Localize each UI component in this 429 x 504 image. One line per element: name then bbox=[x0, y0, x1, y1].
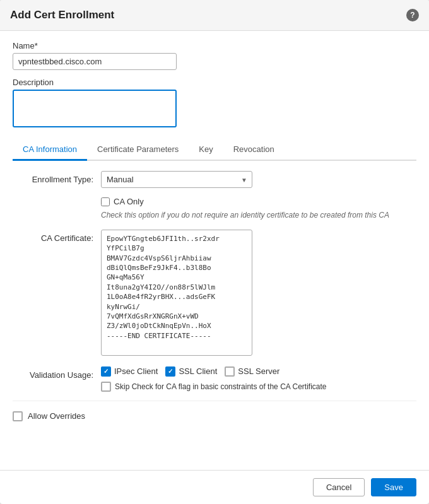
ca-certificate-field: EpowYTGngteb6JFI1th..sr2xdr YfPCilB7g BM… bbox=[101, 230, 416, 358]
name-input[interactable] bbox=[13, 53, 177, 70]
dialog-body: Name* Description CA Information Certifi… bbox=[0, 31, 429, 470]
ssl-client-checkbox[interactable] bbox=[165, 366, 175, 377]
ca-only-checkbox-row: CA Only bbox=[101, 197, 416, 206]
enrollment-type-field: Manual SCEP EST ▼ bbox=[101, 171, 416, 188]
ca-only-label: CA Only bbox=[114, 197, 144, 206]
ca-certificate-textarea[interactable]: EpowYTGngteb6JFI1th..sr2xdr YfPCilB7g BM… bbox=[101, 230, 252, 356]
skip-check-label: Skip Check for CA flag in basic constrai… bbox=[115, 382, 326, 391]
ssl-server-label: SSL Server bbox=[238, 366, 279, 376]
validation-usage-row: Validation Usage: IPsec Client SSL Clien… bbox=[13, 366, 416, 392]
ssl-server-checkbox[interactable] bbox=[225, 366, 235, 377]
description-label: Description bbox=[13, 78, 416, 87]
ca-only-checkbox[interactable] bbox=[101, 197, 110, 206]
help-icon[interactable]: ? bbox=[406, 9, 419, 21]
ca-only-field-value: CA Only Check this option if you do not … bbox=[101, 197, 416, 221]
allow-overrides-row: Allow Overrides bbox=[13, 401, 416, 426]
validation-usage-label: Validation Usage: bbox=[13, 366, 101, 380]
save-button[interactable]: Save bbox=[371, 478, 416, 496]
ca-certificate-row: CA Certificate: EpowYTGngteb6JFI1th..sr2… bbox=[13, 230, 416, 358]
tab-key[interactable]: Key bbox=[189, 139, 223, 161]
enrollment-type-label: Enrollment Type: bbox=[13, 171, 101, 184]
dialog-footer: Cancel Save bbox=[0, 470, 429, 504]
cancel-button[interactable]: Cancel bbox=[313, 478, 365, 496]
ca-only-row: CA Only Check this option if you do not … bbox=[13, 197, 416, 221]
tab-ca-information[interactable]: CA Information bbox=[13, 139, 87, 161]
allow-overrides-checkbox[interactable] bbox=[13, 411, 23, 421]
skip-check-checkbox[interactable] bbox=[101, 382, 111, 392]
ssl-client-item: SSL Client bbox=[165, 366, 217, 377]
enrollment-type-row: Enrollment Type: Manual SCEP EST ▼ bbox=[13, 171, 416, 188]
description-group: Description bbox=[13, 78, 416, 129]
dialog-header: Add Cert Enrollment ? bbox=[0, 0, 429, 31]
enrollment-type-select[interactable]: Manual SCEP EST bbox=[101, 171, 252, 188]
ca-only-info-text: Check this option if you do not require … bbox=[101, 210, 404, 221]
dialog-title: Add Cert Enrollment bbox=[10, 9, 114, 21]
ca-certificate-label: CA Certificate: bbox=[13, 230, 101, 243]
tabs-bar: CA Information Certificate Parameters Ke… bbox=[13, 139, 416, 161]
enrollment-type-dropdown-wrapper: Manual SCEP EST ▼ bbox=[101, 171, 252, 188]
name-group: Name* bbox=[13, 41, 416, 70]
tab-revocation[interactable]: Revocation bbox=[223, 139, 285, 161]
ipsec-client-item: IPsec Client bbox=[101, 366, 158, 377]
tab-certificate-parameters[interactable]: Certificate Parameters bbox=[87, 139, 189, 161]
validation-usage-field: IPsec Client SSL Client SSL Server bbox=[101, 366, 416, 392]
ssl-client-label: SSL Client bbox=[179, 366, 217, 376]
ssl-server-item: SSL Server bbox=[225, 366, 279, 377]
ipsec-client-label: IPsec Client bbox=[114, 366, 158, 376]
name-label: Name* bbox=[13, 41, 416, 50]
skip-check-row: Skip Check for CA flag in basic constrai… bbox=[101, 382, 416, 392]
ca-information-content: Enrollment Type: Manual SCEP EST ▼ bbox=[13, 161, 416, 437]
add-cert-enrollment-dialog: Add Cert Enrollment ? Name* Description … bbox=[0, 0, 429, 504]
ipsec-client-checkbox[interactable] bbox=[101, 366, 111, 377]
allow-overrides-label: Allow Overrides bbox=[28, 411, 85, 421]
ca-only-field-label bbox=[13, 197, 101, 201]
description-input[interactable] bbox=[13, 90, 177, 127]
validation-checkboxes-row: IPsec Client SSL Client SSL Server bbox=[101, 366, 416, 377]
